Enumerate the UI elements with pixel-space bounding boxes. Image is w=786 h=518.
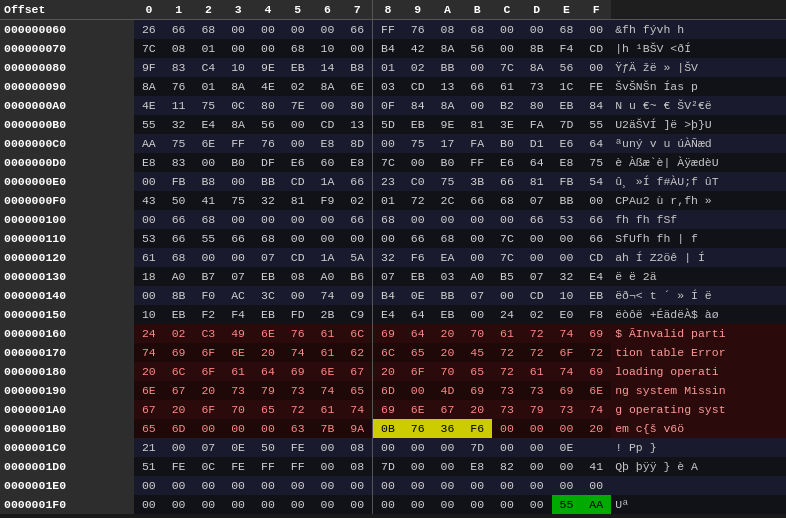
hex-cell: 6E [313,362,343,381]
ascii-cell: CPAu2 ù r,fh » [611,191,786,210]
hex-cell: 67 [433,400,463,419]
table-row: 0000000E000FBB800BBCD1A6623C0753B6681FB5… [0,172,786,191]
hex-cell: 64 [581,134,611,153]
offset-cell: 0000001C0 [0,438,134,457]
hex-cell: F6 [462,419,492,438]
col-header-5: 5 [283,0,313,20]
hex-cell: 72 [492,362,522,381]
hex-cell: 41 [193,191,223,210]
hex-cell: 00 [193,153,223,172]
hex-cell: 0B [373,419,403,438]
hex-cell: 00 [462,495,492,514]
hex-cell: E4 [193,115,223,134]
table-row: 000000180206C6F6164696E67206F70657261746… [0,362,786,381]
hex-cell: 74 [581,400,611,419]
hex-cell: 00 [373,134,403,153]
hex-cell: E6 [492,153,522,172]
table-row: 0000001105366556668000000006668007C00006… [0,229,786,248]
hex-cell: 68 [492,191,522,210]
hex-cell: 17 [433,134,463,153]
hex-cell: 00 [253,39,283,58]
hex-cell: B8 [342,58,372,77]
hex-cell: 6E [134,381,164,400]
hex-cell: 00 [581,191,611,210]
hex-cell: 24 [134,324,164,343]
offset-header: Offset [0,0,134,20]
hex-cell: 00 [313,438,343,457]
hex-cell: 6C [373,343,403,362]
hex-cell [581,438,611,457]
ascii-cell: &fh fývh h [611,20,786,40]
hex-cell: 66 [223,229,253,248]
hex-cell: 73 [283,381,313,400]
hex-cell: 53 [552,210,582,229]
hex-cell: 00 [313,210,343,229]
hex-cell: 20 [373,362,403,381]
hex-cell: 8A [313,77,343,96]
hex-cell: 00 [193,495,223,514]
hex-cell: 00 [342,476,372,495]
hex-cell: 00 [552,476,582,495]
hex-cell: 6C [342,324,372,343]
hex-cell: 74 [313,381,343,400]
hex-cell: 00 [403,210,433,229]
hex-cell: A0 [164,267,194,286]
hex-cell: 7C [134,39,164,58]
hex-cell: 00 [581,58,611,77]
hex-cell: AA [134,134,164,153]
offset-cell: 0000000E0 [0,172,134,191]
hex-cell: 76 [253,134,283,153]
table-row: 0000000908A76018A4E028A6E03CD136661731CF… [0,77,786,96]
hex-cell: 00 [373,495,403,514]
col-header-3: 3 [223,0,253,20]
hex-cell: 00 [283,495,313,514]
table-row: 0000001C02100070E50FE00080000007D00000E!… [0,438,786,457]
col-header-f: F [581,0,611,20]
hex-cell: 55 [552,495,582,514]
ascii-cell: N u €~ € ŠV²€ë [611,96,786,115]
hex-cell: B0 [433,153,463,172]
hex-cell: 7C [373,153,403,172]
hex-cell: 00 [134,286,164,305]
table-row: 0000000F0435041753281F90201722C666807BB0… [0,191,786,210]
table-row: 0000001B0656D000000637B9A0B7636F60000002… [0,419,786,438]
offset-cell: 0000000D0 [0,153,134,172]
hex-cell: 00 [462,96,492,115]
hex-cell: 69 [462,381,492,400]
hex-cell: 68 [283,39,313,58]
hex-cell: 07 [253,248,283,267]
hex-cell: 32 [164,115,194,134]
ascii-cell: SfUfh fh | f [611,229,786,248]
hex-cell: 00 [462,305,492,324]
hex-cell: 66 [581,210,611,229]
hex-cell: 00 [223,39,253,58]
hex-cell: BB [253,172,283,191]
hex-cell: 00 [492,39,522,58]
hex-cell: B4 [373,286,403,305]
hex-cell: 02 [164,324,194,343]
hex-cell: 00 [253,20,283,40]
col-header-e: E [552,0,582,20]
hex-cell: 63 [283,419,313,438]
hex-cell: 0E [403,286,433,305]
ascii-cell: fh fh fSf [611,210,786,229]
hex-cell: FF [223,134,253,153]
hex-cell: 00 [193,419,223,438]
hex-cell: 08 [283,267,313,286]
hex-cell: 8A [433,39,463,58]
hex-cell: 07 [462,286,492,305]
hex-cell: 79 [522,400,552,419]
hex-cell: 9E [433,115,463,134]
hex-cell: E8 [552,153,582,172]
hex-cell: 84 [403,96,433,115]
offset-cell: 0000000C0 [0,134,134,153]
hex-cell: 07 [373,267,403,286]
hex-cell: 00 [253,210,283,229]
hex-cell: 02 [342,191,372,210]
hex-cell: CD [581,248,611,267]
hex-cell: 00 [164,438,194,457]
hex-cell: 6E [223,343,253,362]
hex-cell: 00 [283,134,313,153]
hex-cell: 36 [433,419,463,438]
table-row: 00000013018A0B707EB08A0B607EB03A0B50732E… [0,267,786,286]
